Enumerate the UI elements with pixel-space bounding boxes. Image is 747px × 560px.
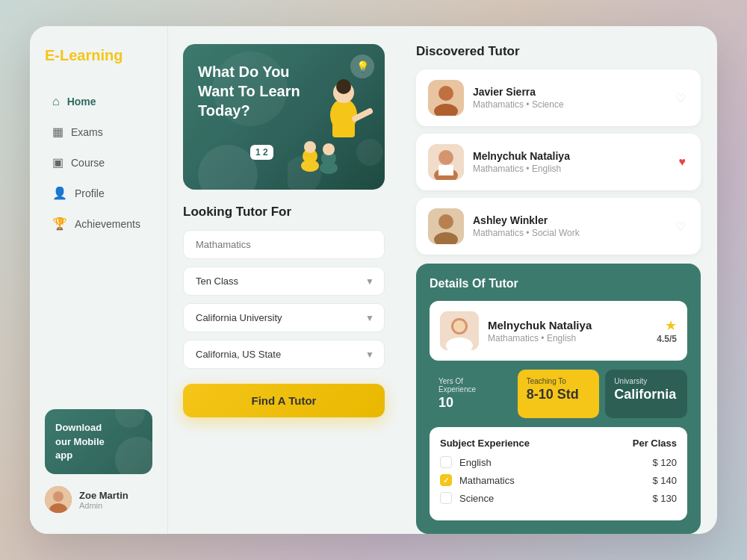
subject-price-english: $ 120: [652, 457, 677, 468]
sidebar-label-course: Course: [71, 157, 105, 169]
tutor-subjects-1: Mathamatics • Science: [473, 99, 663, 110]
details-tutor-info: Melnychuk Nataliya Mathamatics • English: [488, 319, 592, 343]
stat-teaching-value: 8-10 Std: [527, 387, 591, 402]
checkbox-science[interactable]: [440, 492, 452, 504]
tutor-card-3: Ashley Winkler Mathamatics • Social Work…: [416, 198, 701, 255]
tutor-name-2: Melnychuk Nataliya: [473, 150, 667, 162]
stat-university-value: California: [614, 387, 678, 402]
tutor-name-3: Ashley Winkler: [473, 214, 663, 226]
sidebar: E-Learning ⌂ Home ▦ Exams ▣ Course 👤 Pro…: [30, 26, 168, 534]
hero-title: What Do You Want To Learn Today?: [198, 62, 310, 120]
sidebar-label-exams: Exams: [71, 126, 103, 138]
svg-point-14: [288, 156, 321, 190]
svg-rect-22: [438, 165, 453, 175]
sidebar-item-profile[interactable]: 👤 Profile: [45, 179, 152, 207]
subject-row-math: Mathamatics $ 140: [440, 474, 677, 486]
subject-table-header: Subject Experience Per Class: [440, 438, 677, 449]
main-card: E-Learning ⌂ Home ▦ Exams ▣ Course 👤 Pro…: [30, 26, 717, 534]
stat-university-label: Univarsity: [614, 377, 678, 385]
checkbox-english[interactable]: [440, 456, 452, 468]
svg-point-20: [438, 150, 453, 165]
svg-point-29: [453, 320, 465, 332]
university-dropdown-wrap: California University Harvard University…: [183, 303, 385, 332]
details-card-title: Details Of Tutor: [430, 277, 687, 290]
tutor-photo-2: [428, 144, 464, 180]
state-dropdown[interactable]: California, US State New York, US State …: [183, 340, 385, 369]
checkbox-math[interactable]: [440, 474, 452, 486]
middle-panel: 💡 What Do You Want To Learn Today? 1 2: [168, 26, 400, 534]
subject-search-wrap: [183, 230, 385, 259]
svg-point-1: [53, 491, 63, 502]
tutor-subjects-2: Mathamatics • English: [473, 164, 667, 174]
class-dropdown-wrap: Ten Class Eight Class Twelve Class ▼: [183, 267, 385, 296]
find-tutor-button[interactable]: Find A Tutor: [183, 384, 385, 417]
hero-banner: 💡 What Do You Want To Learn Today? 1 2: [183, 44, 385, 190]
state-dropdown-wrap: California, US State New York, US State …: [183, 340, 385, 369]
subject-price-math: $ 140: [652, 475, 677, 486]
tutor-card-2: Melnychuk Nataliya Mathamatics • English…: [416, 134, 701, 190]
subject-table: Subject Experience Per Class English $ 1…: [430, 427, 687, 520]
subject-row-english: English $ 120: [440, 456, 677, 468]
discovered-title: Discovered Tutor: [416, 44, 701, 59]
achievements-icon: 🏆: [52, 217, 67, 231]
tutor-photo-3: [428, 208, 464, 244]
sidebar-bottom: Download our Mobile app Zoe Martin Admin: [45, 409, 152, 513]
details-tutor-row: Melnychuk Nataliya Mathamatics • English…: [430, 301, 687, 361]
tutor-subjects-3: Mathamatics • Social Work: [473, 228, 663, 238]
profile-icon: 👤: [52, 186, 67, 200]
number-box: 1 2: [250, 145, 273, 160]
avatar: [45, 486, 72, 513]
sidebar-item-course[interactable]: ▣ Course: [45, 149, 152, 176]
sidebar-item-home[interactable]: ⌂ Home: [45, 88, 152, 115]
download-card[interactable]: Download our Mobile app: [45, 409, 152, 474]
logo-text: -Learning: [55, 47, 123, 63]
favorite-button-2[interactable]: ♥: [676, 152, 689, 172]
svg-point-13: [320, 162, 338, 174]
stat-teaching-label: Teaching To: [527, 377, 591, 385]
subject-name-science: Science: [459, 493, 652, 504]
favorite-button-1[interactable]: ♡: [672, 88, 689, 108]
download-line3: app: [55, 449, 142, 462]
university-dropdown[interactable]: California University Harvard University…: [183, 303, 385, 332]
user-role: Admin: [79, 501, 128, 510]
price-col-header: Per Class: [633, 438, 677, 449]
content: 💡 What Do You Want To Learn Today? 1 2: [168, 26, 717, 534]
star-icon: ★: [657, 317, 677, 334]
download-line2: our Mobile: [55, 435, 142, 449]
tutor-info-3: Ashley Winkler Mathamatics • Social Work: [473, 214, 663, 238]
subject-row-science: Science $ 130: [440, 492, 677, 504]
stat-experience-label: Yers Of Experience: [438, 377, 503, 393]
svg-rect-6: [332, 108, 355, 137]
svg-point-24: [438, 214, 453, 229]
sidebar-item-exams[interactable]: ▦ Exams: [45, 118, 152, 146]
sidebar-item-achievements[interactable]: 🏆 Achievements: [45, 210, 152, 237]
svg-point-12: [323, 143, 335, 155]
class-dropdown[interactable]: Ten Class Eight Class Twelve Class: [183, 267, 385, 296]
subject-name-math: Mathamatics: [459, 475, 652, 486]
tutor-name-1: Javier Sierra: [473, 86, 663, 98]
stat-experience-value: 10: [438, 395, 503, 411]
subject-input[interactable]: [183, 230, 385, 259]
stats-row: Yers Of Experience 10 Teaching To 8-10 S…: [430, 370, 687, 418]
course-icon: ▣: [52, 155, 63, 169]
download-line1: Download: [55, 421, 142, 435]
user-name: Zoe Martin: [79, 490, 128, 501]
svg-line-7: [355, 111, 370, 119]
logo-accent: E: [45, 47, 55, 63]
stat-university: Univarsity California: [605, 370, 687, 418]
favorite-button-3[interactable]: ♡: [672, 217, 689, 237]
svg-point-17: [438, 86, 453, 101]
user-info: Zoe Martin Admin: [79, 490, 128, 510]
tutor-info-1: Javier Sierra Mathamatics • Science: [473, 86, 663, 110]
search-section-title: Looking Tutor For: [183, 205, 385, 220]
sidebar-label-profile: Profile: [75, 187, 105, 199]
svg-point-9: [304, 141, 316, 153]
sidebar-nav: ⌂ Home ▦ Exams ▣ Course 👤 Profile 🏆 Achi…: [45, 88, 152, 240]
subject-col-header: Subject Experience: [440, 438, 530, 449]
subject-name-english: English: [459, 457, 652, 468]
details-photo: [440, 311, 479, 350]
tutor-photo-1: [428, 80, 464, 116]
stat-teaching: Teaching To 8-10 Std: [518, 370, 600, 418]
tutor-card-1: Javier Sierra Mathamatics • Science ♡: [416, 69, 701, 126]
user-profile: Zoe Martin Admin: [45, 486, 152, 513]
